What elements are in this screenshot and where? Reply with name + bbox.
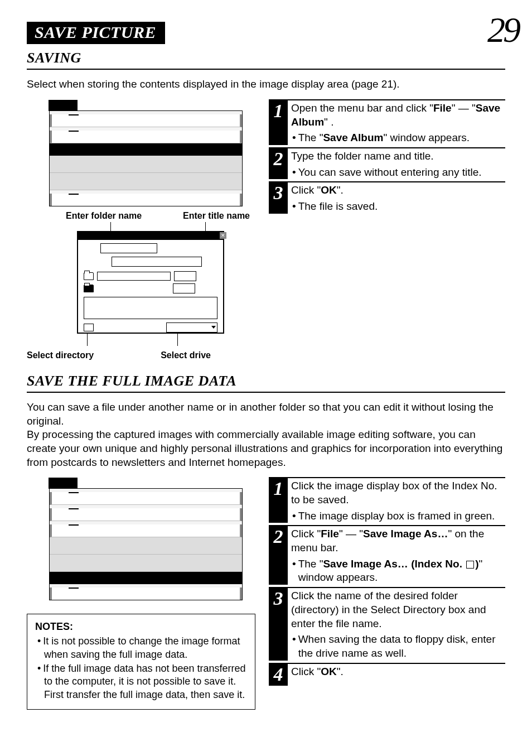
notes-item: It is not possible to change the image f… [44, 635, 247, 661]
close-icon: ✕ [220, 232, 226, 239]
notes-title: NOTES: [35, 621, 247, 633]
section-saving-intro: Select when storing the contents display… [27, 78, 505, 92]
step-body: Click "OK". [288, 665, 505, 686]
step-number: 3 [269, 182, 288, 213]
step-number: 3 [269, 588, 288, 660]
step-body: Click "OK".The file is saved. [288, 184, 505, 213]
screenshot-menu-bar [49, 110, 243, 206]
step-body: Click "File" — "Save Image As…" on the m… [288, 527, 505, 585]
step-number: 4 [269, 664, 288, 686]
callout-row-top: Enter folder name Enter title name [66, 211, 250, 221]
callout-enter-folder-name: Enter folder name [66, 211, 142, 221]
saving-step: 1Open the menu bar and click "File" — "S… [269, 99, 505, 145]
notes-box: NOTES: It is not possible to change the … [27, 614, 255, 710]
page-number: 29 [487, 16, 519, 44]
saving-step: 3Click "OK".The file is saved. [269, 181, 505, 213]
callout-enter-title-name: Enter title name [183, 211, 250, 221]
callout-row-bottom: Select directory Select drive [27, 350, 211, 360]
section-saving-heading: SAVING [27, 50, 505, 66]
step-body: Click the image display box of the Index… [288, 479, 505, 523]
screenshot-menu-bar-2 [49, 488, 243, 600]
screenshot-save-album-dialog: ✕ [77, 231, 224, 334]
step-number: 2 [269, 148, 288, 179]
step-number: 2 [269, 526, 288, 585]
callout-select-drive: Select drive [161, 350, 211, 360]
step-body: Click the name of the desired folder (di… [288, 589, 505, 660]
fulldata-step: 4Click "OK". [269, 663, 505, 686]
disk-icon [84, 324, 94, 331]
step-number: 1 [269, 100, 288, 145]
callout-select-directory: Select directory [27, 350, 94, 360]
page-header-title: SAVE PICTURE [27, 22, 165, 44]
notes-item: If the full image data has not been tran… [44, 662, 247, 701]
step-number: 1 [269, 478, 288, 523]
folder-icon [84, 285, 94, 292]
folder-open-icon [84, 272, 94, 280]
fulldata-step: 2Click "File" — "Save Image As…" on the … [269, 525, 505, 585]
section-fulldata-intro: You can save a file under another name o… [27, 401, 505, 469]
saving-step: 2Type the folder name and title.You can … [269, 147, 505, 179]
section-fulldata-heading: SAVE THE FULL IMAGE DATA [27, 373, 505, 389]
fulldata-step: 3Click the name of the desired folder (d… [269, 587, 505, 660]
step-body: Type the folder name and title.You can s… [288, 150, 505, 179]
step-body: Open the menu bar and click "File" — "Sa… [288, 102, 505, 145]
fulldata-step: 1Click the image display box of the Inde… [269, 477, 505, 523]
